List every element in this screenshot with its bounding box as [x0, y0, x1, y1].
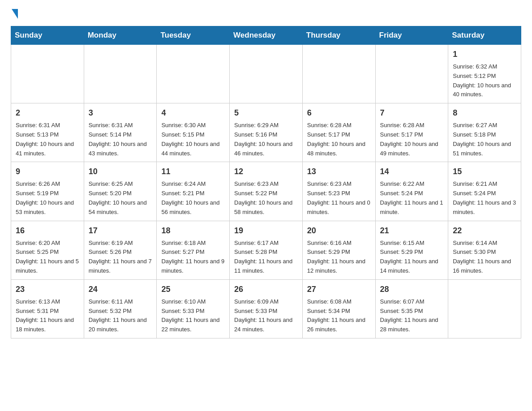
- calendar-week-row: 16Sunrise: 6:20 AMSunset: 5:25 PMDayligh…: [11, 221, 521, 279]
- day-number: 12: [234, 166, 298, 178]
- calendar-day-cell: 6Sunrise: 6:28 AMSunset: 5:17 PMDaylight…: [302, 103, 375, 162]
- calendar-day-cell: 18Sunrise: 6:18 AMSunset: 5:27 PMDayligh…: [157, 221, 230, 279]
- day-info: Sunrise: 6:32 AMSunset: 5:12 PMDaylight:…: [453, 62, 516, 99]
- day-number: 7: [380, 107, 444, 119]
- calendar-day-cell: [11, 45, 84, 103]
- calendar-day-cell: 11Sunrise: 6:24 AMSunset: 5:21 PMDayligh…: [157, 162, 230, 221]
- calendar-day-cell: [302, 45, 375, 103]
- day-info: Sunrise: 6:09 AMSunset: 5:33 PMDaylight:…: [234, 297, 298, 334]
- day-number: 5: [234, 107, 298, 119]
- calendar-week-row: 1Sunrise: 6:32 AMSunset: 5:12 PMDaylight…: [11, 45, 521, 103]
- day-info: Sunrise: 6:28 AMSunset: 5:17 PMDaylight:…: [307, 121, 371, 158]
- calendar-day-cell: 25Sunrise: 6:10 AMSunset: 5:33 PMDayligh…: [157, 279, 230, 338]
- calendar-day-cell: 22Sunrise: 6:14 AMSunset: 5:30 PMDayligh…: [448, 221, 521, 279]
- calendar-day-cell: 10Sunrise: 6:25 AMSunset: 5:20 PMDayligh…: [84, 162, 157, 221]
- day-number: 14: [380, 166, 444, 178]
- day-number: 18: [161, 225, 225, 237]
- calendar-day-cell: 5Sunrise: 6:29 AMSunset: 5:16 PMDaylight…: [230, 103, 303, 162]
- calendar-day-cell: 24Sunrise: 6:11 AMSunset: 5:32 PMDayligh…: [84, 279, 157, 338]
- calendar-header-row: SundayMondayTuesdayWednesdayThursdayFrid…: [11, 26, 521, 45]
- day-number: 21: [380, 225, 444, 237]
- calendar-day-cell: 14Sunrise: 6:22 AMSunset: 5:24 PMDayligh…: [375, 162, 448, 221]
- calendar-day-cell: 12Sunrise: 6:23 AMSunset: 5:22 PMDayligh…: [230, 162, 303, 221]
- day-number: 13: [307, 166, 371, 178]
- calendar-week-row: 9Sunrise: 6:26 AMSunset: 5:19 PMDaylight…: [11, 162, 521, 221]
- day-info: Sunrise: 6:08 AMSunset: 5:34 PMDaylight:…: [307, 297, 371, 334]
- day-of-week-header: Thursday: [302, 26, 375, 45]
- day-of-week-header: Sunday: [11, 26, 84, 45]
- day-number: 8: [453, 107, 516, 119]
- calendar-day-cell: [375, 45, 448, 103]
- day-info: Sunrise: 6:25 AMSunset: 5:20 PMDaylight:…: [89, 180, 152, 217]
- day-number: 3: [89, 107, 152, 119]
- day-number: 23: [16, 283, 79, 295]
- day-info: Sunrise: 6:29 AMSunset: 5:16 PMDaylight:…: [234, 121, 298, 158]
- day-number: 25: [161, 283, 225, 295]
- day-info: Sunrise: 6:10 AMSunset: 5:33 PMDaylight:…: [161, 297, 225, 334]
- day-number: 2: [16, 107, 79, 119]
- calendar-day-cell: 2Sunrise: 6:31 AMSunset: 5:13 PMDaylight…: [11, 103, 84, 162]
- day-number: 6: [307, 107, 371, 119]
- calendar-day-cell: 9Sunrise: 6:26 AMSunset: 5:19 PMDaylight…: [11, 162, 84, 221]
- day-number: 17: [89, 225, 152, 237]
- day-info: Sunrise: 6:15 AMSunset: 5:29 PMDaylight:…: [380, 239, 444, 276]
- day-number: 26: [234, 283, 298, 295]
- page-header: [11, 11, 521, 19]
- calendar-day-cell: 19Sunrise: 6:17 AMSunset: 5:28 PMDayligh…: [230, 221, 303, 279]
- day-number: 15: [453, 166, 516, 178]
- day-info: Sunrise: 6:28 AMSunset: 5:17 PMDaylight:…: [380, 121, 444, 158]
- calendar-day-cell: 3Sunrise: 6:31 AMSunset: 5:14 PMDaylight…: [84, 103, 157, 162]
- calendar-day-cell: 17Sunrise: 6:19 AMSunset: 5:26 PMDayligh…: [84, 221, 157, 279]
- day-info: Sunrise: 6:24 AMSunset: 5:21 PMDaylight:…: [161, 180, 225, 217]
- calendar-day-cell: 28Sunrise: 6:07 AMSunset: 5:35 PMDayligh…: [375, 279, 448, 338]
- day-info: Sunrise: 6:23 AMSunset: 5:23 PMDaylight:…: [307, 180, 371, 217]
- day-of-week-header: Tuesday: [157, 26, 230, 45]
- day-number: 11: [161, 166, 225, 178]
- day-info: Sunrise: 6:30 AMSunset: 5:15 PMDaylight:…: [161, 121, 225, 158]
- day-number: 9: [16, 166, 79, 178]
- day-info: Sunrise: 6:31 AMSunset: 5:13 PMDaylight:…: [16, 121, 79, 158]
- day-number: 1: [453, 48, 516, 60]
- calendar-day-cell: 27Sunrise: 6:08 AMSunset: 5:34 PMDayligh…: [302, 279, 375, 338]
- day-info: Sunrise: 6:22 AMSunset: 5:24 PMDaylight:…: [380, 180, 444, 217]
- calendar-day-cell: [448, 279, 521, 338]
- day-number: 27: [307, 283, 371, 295]
- day-info: Sunrise: 6:27 AMSunset: 5:18 PMDaylight:…: [453, 121, 516, 158]
- calendar-day-cell: 13Sunrise: 6:23 AMSunset: 5:23 PMDayligh…: [302, 162, 375, 221]
- calendar-day-cell: [84, 45, 157, 103]
- calendar-day-cell: [230, 45, 303, 103]
- day-info: Sunrise: 6:19 AMSunset: 5:26 PMDaylight:…: [89, 239, 152, 276]
- day-info: Sunrise: 6:07 AMSunset: 5:35 PMDaylight:…: [380, 297, 444, 334]
- day-number: 24: [89, 283, 152, 295]
- logo: [11, 11, 18, 19]
- calendar-day-cell: 20Sunrise: 6:16 AMSunset: 5:29 PMDayligh…: [302, 221, 375, 279]
- day-info: Sunrise: 6:11 AMSunset: 5:32 PMDaylight:…: [89, 297, 152, 334]
- day-of-week-header: Wednesday: [230, 26, 303, 45]
- day-info: Sunrise: 6:23 AMSunset: 5:22 PMDaylight:…: [234, 180, 298, 217]
- calendar-day-cell: 23Sunrise: 6:13 AMSunset: 5:31 PMDayligh…: [11, 279, 84, 338]
- day-info: Sunrise: 6:16 AMSunset: 5:29 PMDaylight:…: [307, 239, 371, 276]
- day-info: Sunrise: 6:18 AMSunset: 5:27 PMDaylight:…: [161, 239, 225, 276]
- day-number: 4: [161, 107, 225, 119]
- calendar-day-cell: [157, 45, 230, 103]
- logo-triangle-icon: [12, 9, 18, 19]
- calendar-day-cell: 1Sunrise: 6:32 AMSunset: 5:12 PMDaylight…: [448, 45, 521, 103]
- calendar-day-cell: 26Sunrise: 6:09 AMSunset: 5:33 PMDayligh…: [230, 279, 303, 338]
- day-of-week-header: Monday: [84, 26, 157, 45]
- day-info: Sunrise: 6:14 AMSunset: 5:30 PMDaylight:…: [453, 239, 516, 276]
- calendar-day-cell: 4Sunrise: 6:30 AMSunset: 5:15 PMDaylight…: [157, 103, 230, 162]
- day-number: 22: [453, 225, 516, 237]
- day-info: Sunrise: 6:17 AMSunset: 5:28 PMDaylight:…: [234, 239, 298, 276]
- day-number: 16: [16, 225, 79, 237]
- day-info: Sunrise: 6:26 AMSunset: 5:19 PMDaylight:…: [16, 180, 79, 217]
- calendar-week-row: 23Sunrise: 6:13 AMSunset: 5:31 PMDayligh…: [11, 279, 521, 338]
- day-info: Sunrise: 6:21 AMSunset: 5:24 PMDaylight:…: [453, 180, 516, 217]
- calendar-day-cell: 16Sunrise: 6:20 AMSunset: 5:25 PMDayligh…: [11, 221, 84, 279]
- day-of-week-header: Friday: [375, 26, 448, 45]
- calendar-table: SundayMondayTuesdayWednesdayThursdayFrid…: [11, 26, 521, 338]
- calendar-day-cell: 21Sunrise: 6:15 AMSunset: 5:29 PMDayligh…: [375, 221, 448, 279]
- day-number: 28: [380, 283, 444, 295]
- day-number: 19: [234, 225, 298, 237]
- calendar-day-cell: 7Sunrise: 6:28 AMSunset: 5:17 PMDaylight…: [375, 103, 448, 162]
- day-number: 20: [307, 225, 371, 237]
